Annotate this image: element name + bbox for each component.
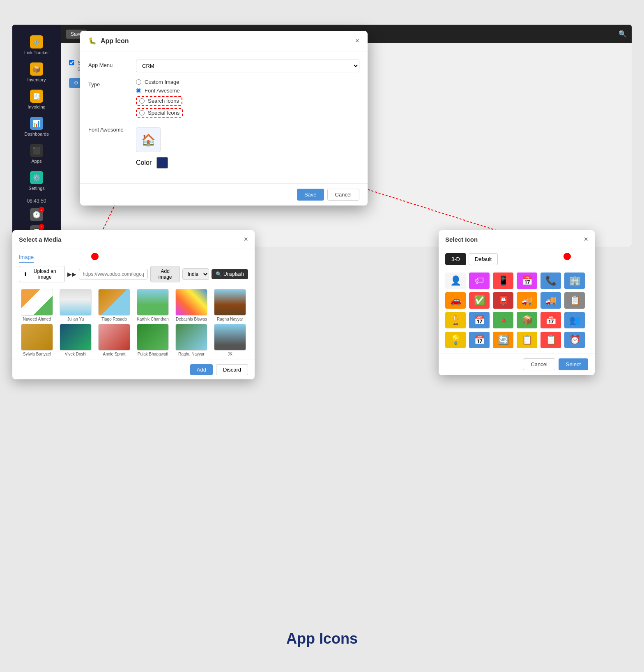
icon-preview[interactable]: 🏠: [136, 127, 161, 152]
image-item[interactable]: Karthik Chandran: [135, 289, 171, 321]
icon-cell[interactable]: 📱: [493, 272, 513, 289]
image-item[interactable]: JK: [212, 324, 248, 356]
apps-icon: ⬛: [30, 144, 43, 157]
icon-cell[interactable]: 📋: [564, 292, 585, 309]
image-label: Naveed Ahmed: [23, 317, 51, 321]
upload-image-button[interactable]: ⬆ Upload an image: [19, 266, 65, 282]
icon-cell[interactable]: ⏰: [564, 332, 585, 348]
icon-cell[interactable]: 📋: [540, 332, 561, 348]
sidebar: 🔗 Link Tracker 📦 Inventory 🧾 Invoicing 📊…: [12, 25, 61, 247]
country-select[interactable]: India: [182, 268, 209, 280]
icon-cell[interactable]: 🔺: [493, 312, 513, 328]
icon-cell[interactable]: 🚗: [445, 292, 466, 309]
color-row: Color: [136, 157, 359, 169]
sidebar-item-link-tracker[interactable]: 🔗 Link Tracker: [18, 32, 55, 58]
app-menu-select[interactable]: CRM: [136, 60, 359, 72]
notification-icon[interactable]: 🕐 2: [30, 208, 43, 221]
icon-cell[interactable]: 🔄: [493, 332, 513, 348]
image-label: Debashis Biswas: [176, 317, 207, 321]
image-item[interactable]: Julian Yu: [58, 289, 94, 321]
icon-cell[interactable]: 🏆: [445, 312, 466, 328]
modal-save-button[interactable]: Save: [297, 189, 324, 201]
image-thumbnail: [60, 324, 92, 351]
image-item[interactable]: Raghu Nayyar: [212, 289, 248, 321]
image-item[interactable]: Annie Spratt: [96, 324, 132, 356]
media-footer: Add Discard: [12, 360, 255, 379]
image-item[interactable]: Vivek Doshi: [58, 324, 94, 356]
radio-special-icons[interactable]: Special Icons: [136, 108, 359, 118]
unsplash-button[interactable]: 🔍 Unsplash: [212, 269, 248, 279]
show-logo-checkbox[interactable]: [69, 60, 74, 65]
icon-cell[interactable]: 📞: [540, 272, 561, 289]
radio-custom-image[interactable]: Custom Image: [136, 79, 359, 85]
image-item[interactable]: Raghu Nayyar: [173, 324, 209, 356]
radio-font-awesome-input[interactable]: [136, 88, 141, 93]
icon-cell[interactable]: 📅: [517, 272, 537, 289]
sidebar-item-settings[interactable]: ⚙️ Settings: [18, 168, 55, 194]
icon-cell[interactable]: 💡: [445, 332, 466, 348]
icon-cell[interactable]: 📦: [517, 312, 537, 328]
sidebar-item-apps[interactable]: ⬛ Apps: [18, 141, 55, 167]
media-toolbar: ⬆ Upload an image ▶▶ Add image India 🔍 U…: [12, 263, 255, 286]
radio-search-icons-input[interactable]: [139, 98, 145, 104]
icon-cell[interactable]: 🚚: [540, 292, 561, 309]
image-item[interactable]: Debashis Biswas: [173, 289, 209, 321]
url-input[interactable]: [79, 269, 148, 279]
select-button[interactable]: Select: [559, 358, 588, 370]
radio-search-icons[interactable]: Search Icons: [136, 96, 359, 106]
icon-cell[interactable]: 👥: [564, 312, 585, 328]
radio-special-icons-input[interactable]: [139, 110, 145, 115]
search-icon[interactable]: 🔍: [619, 30, 627, 38]
image-item[interactable]: Tiago Rosado: [96, 289, 132, 321]
sidebar-item-dashboards[interactable]: 📊 Dashboards: [18, 113, 55, 140]
image-label: Karthik Chandran: [137, 317, 169, 321]
color-swatch[interactable]: [156, 157, 168, 169]
icon-cell[interactable]: 🚚: [517, 292, 537, 309]
image-item[interactable]: Sylwia Bartyzel: [19, 324, 55, 356]
tab-default[interactable]: Default: [469, 253, 498, 265]
media-modal-close-button[interactable]: ×: [244, 235, 248, 244]
radio-font-awesome[interactable]: Font Awesome: [136, 88, 359, 94]
icon-grid-container: 👤 🏷 📱 📅 📞 🏢 🚗 ✅ 📮 🚚 🚚 📋 🏆 📅 🔺 📦 📅 👥: [439, 269, 595, 353]
icon-cell[interactable]: 📅: [469, 332, 490, 348]
font-awesome-preview: 🏠 Color: [136, 127, 359, 169]
type-control: Custom Image Font Awesome Search Icons: [136, 79, 359, 118]
icon-row-1: 👤 🏷 📱 📅 📞 🏢: [445, 272, 588, 289]
type-radio-group: Custom Image Font Awesome Search Icons: [136, 79, 359, 118]
modal-footer: Save Cancel: [80, 183, 368, 206]
image-item[interactable]: Naveed Ahmed: [19, 289, 55, 321]
icon-cell[interactable]: 📅: [540, 312, 561, 328]
icon-cell[interactable]: 📅: [469, 312, 490, 328]
upload-icon: ⬆: [23, 271, 28, 277]
sidebar-item-invoicing[interactable]: 🧾 Invoicing: [18, 86, 55, 113]
select-icon-close-button[interactable]: ×: [584, 235, 588, 244]
image-item[interactable]: Pulak Bhagawati: [135, 324, 171, 356]
icon-cell[interactable]: 📋: [517, 332, 537, 348]
icon-cell[interactable]: 📮: [493, 292, 513, 309]
image-thumbnail: [21, 289, 53, 316]
select-icon-modal: Select Icon × 3-D Default 👤 🏷 📱 📅 📞 🏢 🚗 …: [439, 230, 595, 375]
add-button[interactable]: Add: [190, 364, 213, 375]
icon-cell[interactable]: ✅: [469, 292, 490, 309]
modal-cancel-button[interactable]: Cancel: [327, 189, 359, 201]
icon-cell[interactable]: 🏷: [469, 272, 490, 289]
image-thumbnail: [137, 324, 169, 351]
sidebar-item-label: Link Tracker: [24, 50, 49, 55]
icon-cell[interactable]: 🏢: [564, 272, 585, 289]
icon-cell[interactable]: 👤: [445, 272, 466, 289]
add-image-button[interactable]: Add image: [150, 266, 180, 282]
select-icon-cancel-button[interactable]: Cancel: [523, 358, 555, 370]
image-thumbnail: [98, 324, 130, 351]
tab-3d[interactable]: 3-D: [445, 253, 466, 265]
app-menu-control: CRM: [136, 60, 359, 72]
modal-close-button[interactable]: ×: [355, 37, 359, 45]
icon-row-3: 🏆 📅 🔺 📦 📅 👥: [445, 312, 588, 328]
modal-header: 🐛 App Icon ×: [80, 31, 368, 51]
tab-image[interactable]: Image: [19, 252, 34, 263]
discard-button[interactable]: Discard: [216, 364, 248, 375]
radio-custom-image-input[interactable]: [136, 79, 141, 85]
image-thumbnail: [60, 289, 92, 316]
annotation-dot-left: [91, 253, 99, 260]
font-awesome-row: Font Awesome 🏠 Color: [88, 124, 359, 169]
sidebar-item-inventory[interactable]: 📦 Inventory: [18, 59, 55, 85]
